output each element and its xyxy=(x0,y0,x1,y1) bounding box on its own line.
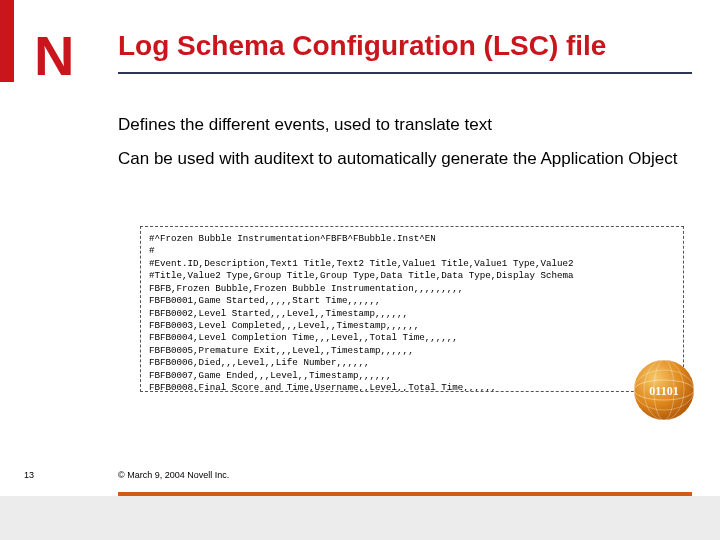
copyright-text: © March 9, 2004 Novell Inc. xyxy=(118,470,229,480)
body-paragraph-2: Can be used with auditext to automatical… xyxy=(118,148,692,169)
body-paragraph-1: Defines the different events, used to tr… xyxy=(118,114,692,135)
footer-band xyxy=(0,496,720,540)
lsc-example-code: #^Frozen Bubble Instrumentation^FBFB^FBu… xyxy=(140,226,684,392)
slide-title: Log Schema Configuration (LSC) file xyxy=(118,30,606,62)
binary-sphere-icon: 01101 xyxy=(632,358,696,422)
sphere-label-text: 01101 xyxy=(649,384,678,398)
page-number: 13 xyxy=(24,470,34,480)
brand-side-bar xyxy=(0,0,14,82)
novell-n-logo: N xyxy=(34,28,72,84)
title-underline xyxy=(118,72,692,74)
